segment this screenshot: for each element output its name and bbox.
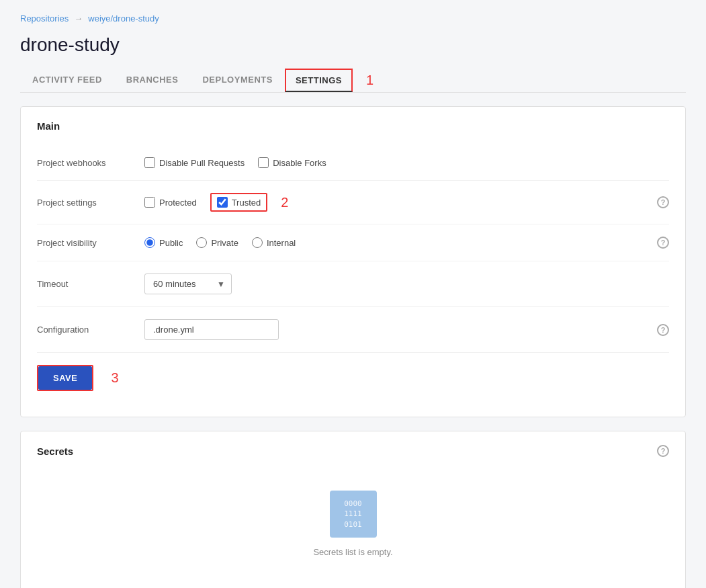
breadcrumb-arrow: → [74,13,83,24]
visibility-internal-input[interactable] [252,237,263,248]
protected-checkbox[interactable]: Protected [144,197,197,208]
disable-pull-requests-label: Disable Pull Requests [159,158,245,168]
timeout-controls: 30 minutes 60 minutes 90 minutes 120 min… [144,274,669,294]
visibility-private-input[interactable] [196,237,207,248]
breadcrumb-repositories[interactable]: Repositories [20,13,69,24]
trusted-label: Trusted [232,198,261,208]
tab-settings[interactable]: SETTINGS [285,69,353,92]
project-visibility-row: Project visibility Public Private Intern… [37,224,669,261]
webhooks-controls: Disable Pull Requests Disable Forks [144,157,669,168]
tab-deployments[interactable]: DEPLOYMENTS [190,68,284,93]
tab-branches[interactable]: BRANCHES [114,68,191,93]
save-button[interactable]: SAVE [38,366,92,390]
secrets-empty-text: Secrets list is empty. [313,547,392,557]
trusted-box: Trusted [210,193,268,212]
configuration-help-icon[interactable]: ? [657,324,669,336]
protected-input[interactable] [144,197,155,208]
secrets-help-icon[interactable]: ? [657,445,669,457]
disable-pull-requests-input[interactable] [144,157,155,168]
tab-activity-feed[interactable]: ACTIVITY FEED [20,68,114,93]
secrets-card: Secrets ? 000011110101 Secrets list is e… [20,431,686,588]
configuration-input[interactable] [144,319,279,340]
disable-forks-label: Disable Forks [273,158,326,168]
binary-display: 000011110101 [344,499,362,530]
visibility-public-label: Public [159,238,183,248]
annotation-2: 2 [281,195,288,210]
disable-pull-requests-checkbox[interactable]: Disable Pull Requests [144,157,245,168]
visibility-private[interactable]: Private [196,237,238,248]
project-settings-label: Project settings [37,198,144,208]
main-section-title: Main [37,120,669,132]
project-settings-controls: Protected Trusted 2 [144,193,657,212]
protected-label: Protected [159,198,197,208]
visibility-internal-label: Internal [267,238,296,248]
project-settings-help-icon[interactable]: ? [657,196,669,208]
secrets-binary-icon: 000011110101 [330,491,377,538]
secrets-title: Secrets [37,446,73,457]
configuration-row: Configuration ? [37,307,669,353]
visibility-controls: Public Private Internal [144,237,657,248]
annotation-3: 3 [111,370,118,386]
tab-bar: ACTIVITY FEED BRANCHES DEPLOYMENTS SETTI… [20,68,686,93]
breadcrumb: Repositories → weiye/drone-study [20,13,686,24]
visibility-internal[interactable]: Internal [252,237,296,248]
project-webhooks-row: Project webhooks Disable Pull Requests D… [37,145,669,181]
timeout-select[interactable]: 30 minutes 60 minutes 90 minutes 120 min… [144,274,232,294]
trusted-input[interactable] [217,197,228,208]
configuration-label: Configuration [37,325,144,335]
visibility-public[interactable]: Public [144,237,183,248]
timeout-label: Timeout [37,279,144,289]
visibility-help-icon[interactable]: ? [657,237,669,249]
project-settings-row: Project settings Protected Trusted 2 [37,181,669,224]
visibility-public-input[interactable] [144,237,155,248]
timeout-select-wrapper: 30 minutes 60 minutes 90 minutes 120 min… [144,274,232,294]
main-card: Main Project webhooks Disable Pull Reque… [20,106,686,417]
annotation-1: 1 [366,73,373,88]
save-row: SAVE 3 [37,353,669,403]
visibility-private-label: Private [211,238,238,248]
secrets-empty-state: 000011110101 Secrets list is empty. [37,470,669,577]
save-button-wrapper: SAVE [37,365,93,391]
trusted-checkbox[interactable]: Trusted [217,197,261,208]
page-title: drone-study [20,34,686,56]
project-visibility-label: Project visibility [37,238,144,248]
disable-forks-input[interactable] [258,157,269,168]
project-webhooks-label: Project webhooks [37,158,144,168]
disable-forks-checkbox[interactable]: Disable Forks [258,157,326,168]
breadcrumb-repo: weiye/drone-study [88,13,159,24]
secrets-header: Secrets ? [37,445,669,457]
configuration-controls [144,319,657,340]
timeout-row: Timeout 30 minutes 60 minutes 90 minutes… [37,261,669,307]
